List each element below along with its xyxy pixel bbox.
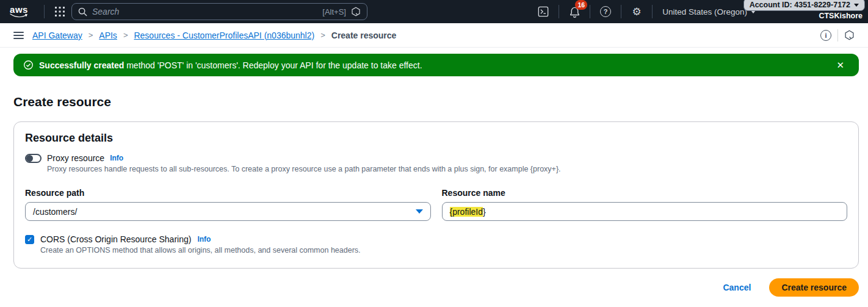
side-menu-hamburger-icon[interactable] [13,32,24,39]
header-divider [652,5,653,18]
resource-name-input[interactable]: {profileId} [442,202,848,221]
section-title: Resource details [25,132,847,145]
breadcrumb-actions: i [820,29,855,42]
breadcrumb: API Gateway > APIs > Resources - Custome… [32,31,396,40]
breadcrumb-bar: API Gateway > APIs > Resources - Custome… [0,23,868,48]
apps-grid-icon[interactable] [52,4,68,20]
breadcrumb-current-page: Create resource [331,31,397,40]
header-divider [559,5,559,18]
aws-logo[interactable]: aws [10,5,28,18]
resource-name-value-tail: } [483,207,486,217]
amazon-q-icon [351,7,361,16]
breadcrumb-link-api-gateway[interactable]: API Gateway [32,31,82,40]
search-shortcut-hint: [Alt+S] [322,7,346,16]
breadcrumb-separator: > [320,31,325,40]
resource-path-field: Resource path /customers/ [25,188,431,221]
cors-label: CORS (Cross Origin Resource Sharing) [40,234,191,244]
page-title: Create resource [13,95,855,109]
info-panel-icon[interactable]: i [820,30,831,41]
fields-row: Resource path /customers/ Resource name … [25,188,847,221]
flash-message: Successfully created method 'POST' in 'c… [39,60,422,70]
success-flashbar: Successfully created method 'POST' in 'c… [13,54,859,76]
header-divider [590,5,590,18]
select-caret-icon [416,209,423,214]
cloudshell-icon[interactable] [535,4,551,20]
divider [837,29,838,42]
resource-details-card: Resource details Proxy resource Info Pro… [13,121,859,269]
chevron-down-icon [854,4,859,7]
search-input[interactable] [92,7,317,16]
cors-checkbox[interactable]: ✓ [25,235,34,244]
region-selector[interactable]: United States (Oregon) [662,7,756,16]
cors-row: ✓ CORS (Cross Origin Resource Sharing) I… [25,234,847,244]
settings-gear-icon[interactable]: ⚙ [629,4,645,20]
success-check-circle-icon [23,60,34,70]
proxy-resource-row: Proxy resource Info [25,153,847,163]
account-id-menu[interactable]: Account ID: 4351-8229-7172 [743,0,865,11]
username-label: CTSKishore [819,12,863,20]
create-resource-button[interactable]: Create resource [769,278,859,297]
breadcrumb-link-resources[interactable]: Resources - CustomerProfilesAPI (n036bun… [134,31,314,40]
breadcrumb-separator: > [89,31,93,40]
aws-smile-icon [10,13,28,18]
proxy-toggle-label: Proxy resource [47,153,104,163]
proxy-description: Proxy resources handle requests to all s… [47,165,847,173]
flash-message-bold: Successfully created [39,60,124,70]
flash-message-rest: method 'POST' in 'customers'. Redeploy y… [124,60,422,70]
notifications-bell-icon[interactable]: 16 [566,4,582,20]
breadcrumb-separator: > [123,31,128,40]
search-icon [78,7,87,16]
top-navigation-bar: aws [Alt+S] [0,0,868,23]
close-icon[interactable]: ✕ [831,57,849,73]
region-label: United States (Oregon) [662,7,747,16]
help-icon[interactable]: ? [598,4,613,20]
aws-logo-text: aws [10,5,28,13]
resource-path-value: /customers/ [33,207,77,217]
header-divider [621,5,621,18]
cancel-button[interactable]: Cancel [723,283,751,292]
resource-path-label: Resource path [25,188,431,198]
resource-name-label: Resource name [442,188,848,198]
proxy-toggle[interactable] [25,154,42,163]
resource-name-value-highlighted: {profileId [450,207,483,217]
notification-count-badge: 16 [575,0,587,10]
account-id-label: Account ID: 4351-8229-7172 [750,1,850,9]
breadcrumb-link-apis[interactable]: APIs [99,31,117,40]
proxy-info-link[interactable]: Info [110,154,123,162]
amazon-q-icon[interactable] [844,30,855,40]
resource-name-field: Resource name {profileId} [442,188,848,221]
form-actions: Cancel Create resource [13,278,859,297]
global-search[interactable]: [Alt+S] [71,3,367,20]
cors-info-link[interactable]: Info [197,235,211,244]
header-divider [44,5,45,18]
cors-description: Create an OPTIONS method that allows all… [40,246,847,255]
resource-path-select[interactable]: /customers/ [25,202,431,221]
